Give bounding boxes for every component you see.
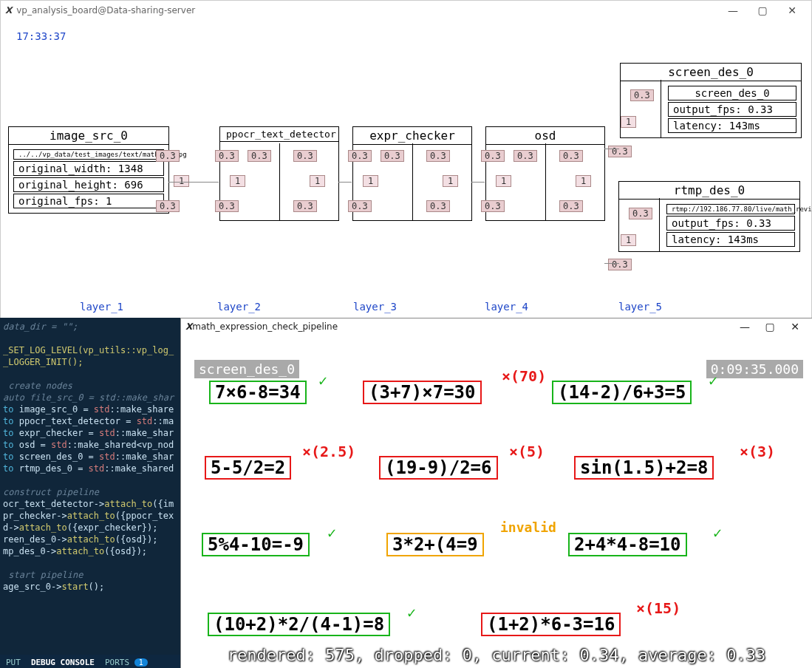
- connector: [471, 182, 485, 183]
- check-icon: ✓: [407, 604, 416, 621]
- divider: [545, 143, 546, 220]
- expr-box: (10+2)*2/(4-1)=8: [208, 613, 390, 636]
- close-button[interactable]: ✕: [782, 321, 808, 333]
- node-path: ../../vp_data/test_images/text/math/%d.j…: [13, 149, 164, 160]
- ports-count: 1: [134, 658, 148, 667]
- render-stats: rendered: 575, dropped: 0, current: 0.34…: [181, 646, 812, 664]
- one-badge: 1: [621, 116, 636, 128]
- node-title: osd: [486, 127, 604, 145]
- cross-icon: ×(5): [509, 443, 545, 460]
- rate-badge: 0.3: [608, 146, 632, 157]
- code-line: to expr_checker = std::make_shar: [0, 427, 180, 439]
- main-titlebar: X vp_analysis_board@Data-sharing-server …: [1, 1, 811, 20]
- minimize-button[interactable]: —: [732, 321, 757, 333]
- expr-box: 5%4-10=-9: [202, 533, 310, 556]
- app-logo-icon: X: [185, 321, 192, 332]
- code-editor[interactable]: data_dir = ""; _SET_LOG_LEVEL(vp_utils::…: [0, 318, 180, 668]
- cross-icon: ×(70): [502, 367, 546, 385]
- rate-badge: 0.3: [348, 150, 372, 162]
- node-image-src[interactable]: image_src_0 ../../vp_data/test_images/te…: [8, 126, 169, 214]
- code-line: auto file_src_0 = std::make_shar: [0, 392, 180, 403]
- one-badge: 1: [443, 175, 458, 187]
- divider: [279, 143, 280, 220]
- one-badge: 1: [496, 175, 511, 187]
- check-icon: ✓: [709, 372, 717, 389]
- main-window: X vp_analysis_board@Data-sharing-server …: [0, 0, 812, 319]
- expr-box: (3+7)×7=30: [363, 381, 482, 404]
- code-line: _LOGGER_INIT();: [0, 356, 180, 368]
- tab-output[interactable]: PUT: [6, 657, 21, 668]
- node-title: expr_checker: [353, 127, 471, 145]
- inner-title-text: math_expression_check_pipeline: [192, 321, 338, 332]
- rate-badge: 0.3: [293, 200, 317, 212]
- cross-icon: ×(2.5): [302, 443, 355, 460]
- connector: [168, 182, 219, 183]
- rate-badge: 0.3: [608, 259, 632, 270]
- one-badge: 1: [576, 175, 591, 187]
- node-title: rtmp_des_0: [619, 182, 799, 200]
- connector: [604, 263, 619, 264]
- code-line: to rtmp_des_0 = std::make_shared: [0, 463, 180, 474]
- expr-box: 2+4*4-8=10: [568, 533, 687, 556]
- check-icon: ✓: [713, 524, 722, 542]
- node-row: screen_des_0: [668, 86, 796, 100]
- minimize-button[interactable]: —: [718, 1, 748, 19]
- expr-box: (1+2)*6-3=16: [481, 613, 621, 636]
- time-tag: 0:09:35.000: [706, 360, 803, 378]
- node-row: latency: 143ms: [668, 118, 796, 133]
- check-icon: ✓: [327, 524, 336, 542]
- rate-badge: 0.3: [481, 150, 505, 162]
- check-icon: ✓: [318, 372, 327, 389]
- code-line: to screen_des_0 = std::make_shar: [0, 451, 180, 463]
- app-logo-icon: X: [5, 5, 12, 16]
- code-line: mp_des_0->attach_to({osd});: [0, 545, 180, 557]
- rate-badge: 0.3: [215, 150, 239, 162]
- node-row: output_fps: 0.33: [666, 216, 795, 231]
- code-line: to ppocr_text_detector = std::ma: [0, 415, 180, 427]
- code-line: _SET_LOG_LEVEL(vp_utils::vp_log_: [0, 344, 180, 356]
- code-comment: start pipeline: [0, 569, 180, 581]
- timestamp: 17:33:37: [16, 30, 66, 42]
- node-row: original_height: 696: [13, 177, 164, 192]
- rate-badge: 0.3: [293, 150, 317, 162]
- code-line: to image_src_0 = std::make_share: [0, 403, 180, 415]
- code-comment: create nodes: [0, 380, 180, 392]
- one-badge: 1: [230, 175, 245, 187]
- rate-badge: 0.3: [381, 150, 404, 162]
- result-canvas: screen_des_0 0:09:35.000 7×6-8=34 ✓ (3+7…: [181, 335, 812, 668]
- rate-badge: 0.3: [629, 208, 652, 219]
- rate-badge: 0.3: [481, 200, 505, 212]
- main-title: vp_analysis_board@Data-sharing-server: [16, 5, 195, 16]
- code-line: to osd = std::make_shared<vp_nod: [0, 439, 180, 451]
- divider: [659, 198, 660, 251]
- expr-box: sin(1.5)+2=8: [574, 456, 714, 480]
- rate-badge: 0.3: [426, 200, 450, 212]
- tab-debug-console[interactable]: DEBUG CONSOLE: [31, 657, 95, 668]
- rate-badge: 0.3: [156, 150, 180, 162]
- one-badge: 1: [174, 175, 189, 187]
- connector: [338, 182, 352, 183]
- one-badge: 1: [310, 175, 325, 187]
- expr-box: (14-2)/6+3=5: [552, 381, 692, 404]
- code-comment: construct pipeline: [0, 486, 180, 498]
- cross-icon: ×(3): [740, 443, 775, 460]
- connector: [604, 149, 619, 149]
- editor-bottombar: PUT DEBUG CONSOLE PORTS 1: [0, 655, 180, 668]
- rate-badge: 0.3: [559, 200, 583, 212]
- rate-badge: 0.3: [156, 200, 180, 212]
- layer-label: layer_4: [485, 301, 528, 313]
- invalid-label: invalid: [500, 519, 556, 535]
- maximize-button[interactable]: ▢: [757, 321, 782, 333]
- maximize-button[interactable]: ▢: [748, 1, 777, 19]
- layer-label: layer_2: [217, 301, 261, 313]
- rate-badge: 0.3: [630, 89, 654, 101]
- code-line: age_src_0->start();: [0, 581, 180, 593]
- one-badge: 1: [621, 234, 636, 246]
- rate-badge: 0.3: [559, 150, 583, 162]
- code-line: data_dir = "";: [0, 321, 180, 333]
- tab-ports[interactable]: PORTS 1: [105, 657, 148, 668]
- node-row: original_fps: 1: [13, 194, 164, 208]
- node-row: latency: 143ms: [666, 232, 795, 247]
- close-button[interactable]: ✕: [777, 1, 807, 19]
- divider: [661, 80, 661, 137]
